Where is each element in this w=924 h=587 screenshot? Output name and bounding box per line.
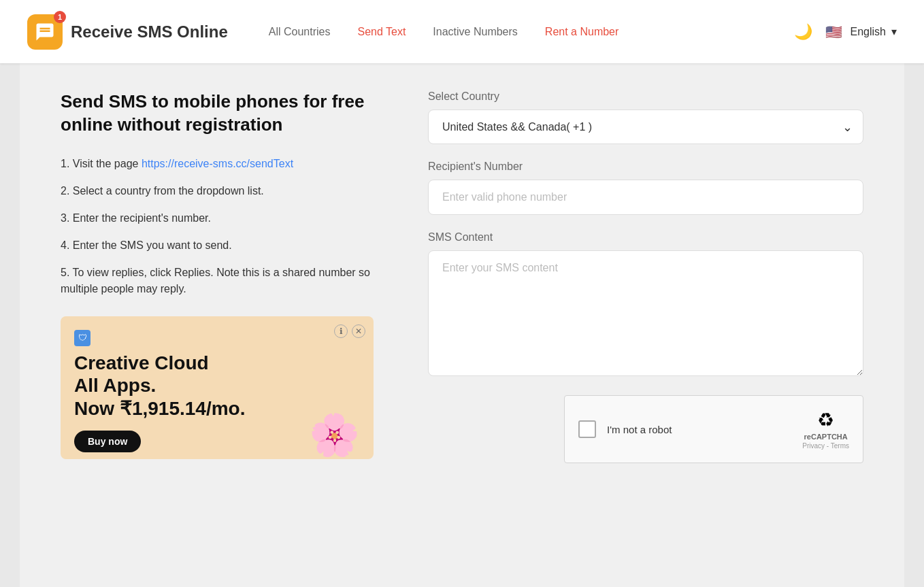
ad-top-bar: 🛡 [74, 330, 360, 346]
page-heading: Send SMS to mobile phones for free onlin… [61, 90, 387, 137]
recaptcha-widget: I'm not a robot ♻ reCAPTCHA Privacy - Te… [564, 395, 863, 463]
country-select[interactable]: United States && Canada( +1 ) United Kin… [428, 110, 863, 144]
step-3: 3. Enter the recipient's number. [61, 210, 387, 227]
recaptcha-links[interactable]: Privacy - Terms [802, 442, 849, 450]
step-4: 4. Enter the SMS you want to send. [61, 237, 387, 254]
main-content: Send SMS to mobile phones for free onlin… [20, 63, 904, 587]
flag-icon: 🇺🇸 [823, 21, 845, 43]
left-column: Send SMS to mobile phones for free onlin… [61, 90, 387, 459]
step-2: 2. Select a country from the dropdown li… [61, 183, 387, 199]
steps-list: 1. Visit the page https://receive-sms.cc… [61, 156, 387, 297]
recaptcha-brand: reCAPTCHA [804, 433, 848, 441]
ad-close-button[interactable]: ✕ [352, 324, 365, 338]
recaptcha-label: I'm not a robot [607, 424, 791, 435]
nav-all-countries[interactable]: All Countries [269, 26, 331, 38]
logo-icon[interactable]: 1 [27, 14, 63, 50]
recaptcha-logo-area: ♻ reCAPTCHA Privacy - Terms [802, 409, 849, 450]
step-1-text-before: 1. Visit the page [61, 158, 142, 169]
content-wrapper: Send SMS to mobile phones for free onlin… [61, 90, 863, 463]
ad-info-button[interactable]: ℹ [334, 324, 348, 338]
ad-title: Creative CloudAll Apps.Now ₹1,915.14/mo. [74, 352, 360, 420]
step-5: 5. To view replies, click Replies. Note … [61, 265, 387, 297]
recaptcha-logo-icon: ♻ [817, 409, 834, 431]
logo-text: Receive SMS Online [71, 22, 228, 41]
sms-content-textarea[interactable] [428, 250, 863, 376]
nav-inactive-numbers[interactable]: Inactive Numbers [433, 26, 518, 38]
notification-badge: 1 [54, 11, 66, 23]
country-select-wrapper: United States && Canada( +1 ) United Kin… [428, 110, 863, 144]
ad-banner: 🛡 ℹ ✕ Creative CloudAll Apps.Now ₹1,915.… [61, 316, 374, 459]
dark-mode-icon[interactable]: 🌙 [794, 23, 812, 41]
nav-rent-a-number[interactable]: Rent a Number [545, 26, 619, 38]
chat-icon [35, 22, 55, 42]
ad-buy-button[interactable]: Buy now [74, 431, 141, 452]
recaptcha-checkbox[interactable] [578, 420, 596, 438]
sms-label: SMS Content [428, 231, 863, 244]
language-label: English [851, 26, 886, 38]
nav-right: 🌙 🇺🇸 English ▾ [794, 21, 897, 43]
recipient-number-input[interactable] [428, 180, 863, 215]
nav-links: All Countries Send Text Inactive Numbers… [269, 26, 794, 38]
chevron-down-icon: ▾ [891, 25, 897, 38]
ad-shield-icon: 🛡 [74, 330, 90, 346]
navbar: 1 Receive SMS Online All Countries Send … [0, 0, 924, 63]
country-label: Select Country [428, 90, 863, 103]
logo-area: 1 Receive SMS Online [27, 14, 228, 50]
recipient-label: Recipient's Number [428, 161, 863, 173]
ad-controls: ℹ ✕ [334, 324, 365, 338]
step-1-link[interactable]: https://receive-sms.cc/sendText [142, 158, 293, 169]
right-column: Select Country United States && Canada( … [428, 90, 863, 463]
language-selector[interactable]: 🇺🇸 English ▾ [823, 21, 897, 43]
step-1: 1. Visit the page https://receive-sms.cc… [61, 156, 387, 172]
ad-decoration: 🌸 [309, 411, 360, 459]
nav-send-text[interactable]: Send Text [357, 26, 406, 38]
